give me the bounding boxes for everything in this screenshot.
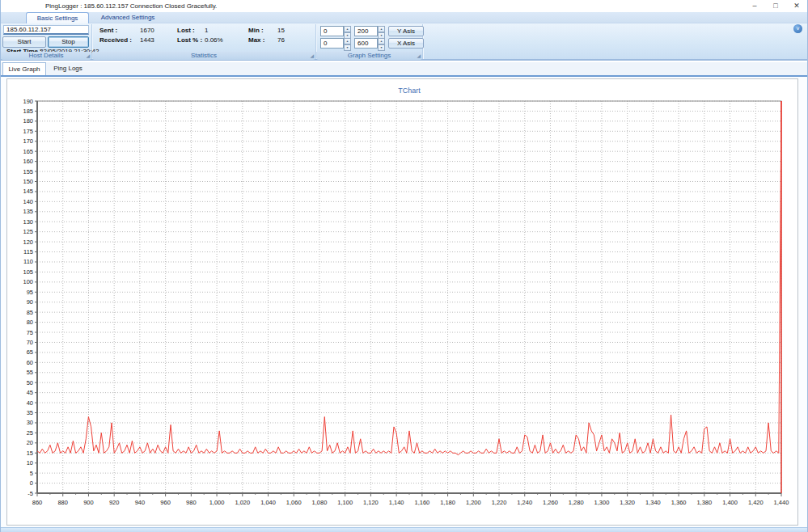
chart-panel: TChart-505101520253035404550556065707580…: [6, 78, 798, 526]
y-tick-label: 150: [23, 178, 33, 185]
spin-up-icon[interactable]: ▴: [378, 38, 385, 44]
x-tick-label: 1,040: [260, 499, 276, 506]
y-tick-label: 135: [23, 208, 33, 215]
y-tick-label: 35: [27, 409, 33, 416]
x-tick-label: 1,060: [286, 499, 302, 506]
host-ip-input[interactable]: 185.60.112.157: [3, 25, 89, 35]
x-max-spinner-arrows[interactable]: ▴ ▾: [378, 38, 385, 49]
spin-down-icon[interactable]: ▾: [344, 44, 351, 51]
maximize-button[interactable]: □: [765, 0, 786, 12]
y-min-spinner-arrows[interactable]: ▴ ▾: [344, 26, 351, 36]
stat-lostpct-label: Lost % :: [177, 36, 202, 44]
x-tick-label: 1,240: [517, 499, 532, 506]
x-axis-button[interactable]: X Asis: [388, 38, 424, 49]
y-tick-label: 40: [27, 399, 33, 407]
y-tick-label: 90: [27, 298, 33, 306]
y-max-spinner-arrows[interactable]: ▴ ▾: [378, 26, 385, 36]
ribbon-collapse-icon[interactable]: ˅: [793, 24, 802, 33]
y-tick-label: 100: [23, 278, 33, 285]
group-caption-statistics: Statistics ◢: [92, 52, 315, 60]
stat-lost-value: 1: [205, 27, 208, 34]
x-tick-label: 1,300: [594, 499, 610, 506]
dialog-launcher-icon[interactable]: ◢: [310, 53, 314, 58]
stat-sent-label: Sent :: [99, 27, 117, 34]
x-min-spinner-arrows[interactable]: ▴ ▾: [344, 38, 351, 49]
x-tick-label: 1,280: [569, 499, 584, 506]
start-button[interactable]: Start: [2, 36, 46, 48]
x-tick-label: 1,440: [774, 499, 789, 506]
y-tick-label: 155: [23, 168, 33, 175]
y-tick-label: -5: [27, 490, 33, 497]
y-tick-label: 45: [27, 389, 33, 396]
window-bottom-border: [1, 527, 807, 532]
stat-lost-label: Lost :: [177, 27, 195, 34]
y-tick-label: 105: [23, 268, 33, 276]
spin-down-icon[interactable]: ▾: [378, 44, 385, 51]
y-tick-label: 180: [23, 117, 33, 125]
spin-up-icon[interactable]: ▴: [378, 26, 385, 32]
x-tick-label: 1,220: [492, 499, 507, 506]
spin-up-icon[interactable]: ▴: [344, 26, 351, 32]
x-tick-label: 960: [160, 499, 171, 506]
close-button[interactable]: ✕: [786, 0, 807, 12]
group-caption-graph-settings: Graph Settings ◢: [316, 52, 422, 60]
x-tick-label: 980: [186, 499, 197, 506]
x-tick-label: 1,200: [466, 499, 481, 506]
x-tick-label: 860: [32, 499, 43, 506]
stat-min-label: Min :: [248, 27, 264, 34]
y-tick-label: 10: [27, 459, 33, 467]
y-tick-label: 70: [27, 339, 33, 346]
chart-title: TChart: [398, 87, 421, 95]
group-caption-host-details: Host Details ◢: [1, 52, 91, 60]
dialog-launcher-icon[interactable]: ◢: [86, 53, 90, 58]
y-axis-button[interactable]: Y Asis: [388, 26, 424, 36]
y-tick-label: 85: [27, 309, 33, 316]
tab-advanced-settings[interactable]: Advanced Settings: [93, 12, 163, 23]
y-tick-label: 5: [30, 470, 33, 477]
x-tick-label: 1,420: [748, 499, 764, 506]
x-tick-label: 1,260: [543, 499, 558, 506]
x-tick-label: 1,120: [363, 499, 379, 506]
stat-lostpct-value: 0.06%: [205, 36, 223, 44]
y-tick-label: 130: [23, 218, 33, 226]
y-tick-label: 20: [27, 439, 33, 446]
app-window: PingLogger : 185.60.112.157 Connection C…: [0, 0, 808, 532]
ping-latency-chart[interactable]: TChart-505101520253035404550556065707580…: [7, 79, 797, 525]
stat-max-value: 76: [277, 36, 285, 44]
stat-received-value: 1443: [140, 36, 154, 44]
tab-live-graph[interactable]: Live Graph: [2, 62, 46, 75]
y-tick-label: 75: [27, 329, 33, 336]
minimize-button[interactable]: –: [744, 0, 765, 12]
ribbon-body: 185.60.112.157 Start Stop Start Time : 2…: [1, 23, 807, 61]
y-tick-label: 55: [27, 369, 33, 376]
x-tick-label: 1,360: [671, 499, 687, 506]
stat-received-label: Received :: [99, 36, 132, 44]
y-tick-label: 140: [23, 198, 33, 205]
tab-ping-logs[interactable]: Ping Logs: [48, 62, 88, 75]
y-tick-label: 160: [23, 158, 33, 165]
window-title: PingLogger : 185.60.112.157 Connection C…: [45, 0, 217, 12]
x-max-spinner[interactable]: 600: [354, 38, 378, 49]
dialog-launcher-icon[interactable]: ◢: [417, 53, 421, 58]
y-tick-label: 125: [23, 228, 33, 235]
stop-button[interactable]: Stop: [48, 36, 89, 48]
x-tick-label: 1,000: [209, 499, 225, 506]
y-tick-label: 0: [30, 479, 33, 487]
x-min-spinner[interactable]: 0: [320, 38, 344, 49]
spin-up-icon[interactable]: ▴: [344, 38, 351, 44]
y-min-spinner[interactable]: 0: [320, 26, 344, 36]
x-tick-label: 1,380: [696, 499, 712, 506]
group-caption-text: Statistics: [191, 52, 217, 59]
y-max-spinner[interactable]: 200: [354, 26, 378, 36]
x-tick-label: 900: [83, 499, 94, 506]
x-tick-label: 1,100: [337, 499, 353, 506]
y-tick-label: 15: [27, 450, 33, 457]
y-tick-label: 110: [23, 258, 33, 265]
x-tick-label: 1,340: [645, 499, 661, 506]
y-tick-label: 115: [23, 248, 33, 255]
tab-basic-settings[interactable]: Basic Settings: [26, 12, 89, 23]
x-tick-label: 1,320: [620, 499, 635, 506]
live-graph-pane: TChart-505101520253035404550556065707580…: [1, 77, 807, 527]
title-bar: PingLogger : 185.60.112.157 Connection C…: [1, 0, 807, 12]
stat-sent-value: 1670: [140, 27, 154, 34]
